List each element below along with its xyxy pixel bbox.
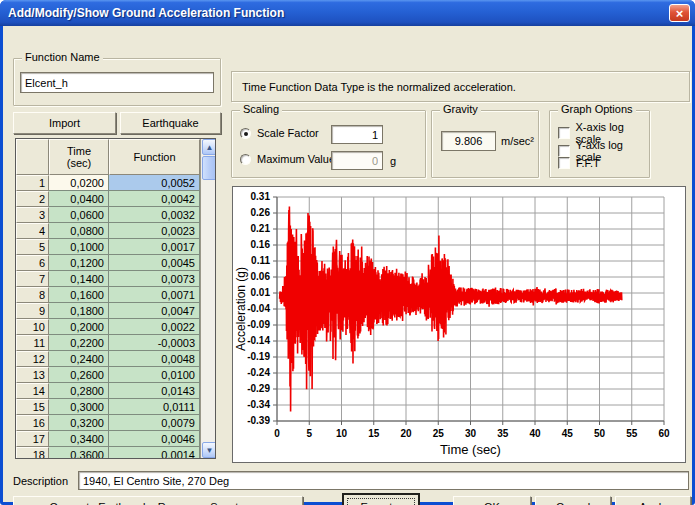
scrollbar-thumb[interactable] [202, 156, 216, 180]
row-header[interactable]: 5 [16, 239, 49, 255]
apply-button[interactable]: Apply [615, 496, 691, 505]
export-button[interactable]: Export... [343, 494, 419, 505]
function-name-group: Function Name [13, 58, 221, 106]
time-cell[interactable]: 0,3400 [49, 431, 109, 447]
time-cell[interactable]: 0,2600 [49, 367, 109, 383]
time-column-header[interactable]: Time (sec) [49, 139, 109, 175]
svg-text:-0.04: -0.04 [247, 303, 270, 314]
function-cell[interactable]: -0,0003 [109, 335, 200, 351]
close-icon[interactable]: × [669, 4, 690, 22]
svg-text:45: 45 [562, 428, 574, 439]
row-header[interactable]: 17 [16, 431, 49, 447]
function-cell[interactable]: 0,0073 [109, 271, 200, 287]
row-header[interactable]: 4 [16, 223, 49, 239]
row-header[interactable]: 10 [16, 319, 49, 335]
function-cell[interactable]: 0,0046 [109, 431, 200, 447]
function-cell[interactable]: 0,0052 [109, 175, 200, 191]
table-header-row: Time (sec) Function [16, 139, 200, 175]
function-cell[interactable]: 0,0017 [109, 239, 200, 255]
time-cell[interactable]: 0,2400 [49, 351, 109, 367]
scale-factor-radio[interactable] [240, 128, 251, 139]
row-header[interactable]: 14 [16, 383, 49, 399]
svg-text:-0.24: -0.24 [247, 367, 270, 378]
function-cell[interactable]: 0,0143 [109, 383, 200, 399]
time-cell[interactable]: 0,3000 [49, 399, 109, 415]
generate-response-spectrum-button[interactable]: Generate Earthquake Response Spectrum... [13, 496, 303, 505]
scale-factor-input[interactable] [331, 125, 383, 144]
cancel-button[interactable]: Cancel [535, 496, 611, 505]
x-log-checkbox[interactable] [558, 127, 570, 139]
row-header[interactable]: 3 [16, 207, 49, 223]
function-cell[interactable]: 0,0100 [109, 367, 200, 383]
table-corner-header[interactable] [16, 139, 49, 175]
row-header[interactable]: 7 [16, 271, 49, 287]
row-header[interactable]: 11 [16, 335, 49, 351]
time-cell[interactable]: 0,3200 [49, 415, 109, 431]
table-row: 50,10000,0017 [16, 239, 200, 255]
function-cell[interactable]: 0,0079 [109, 415, 200, 431]
row-header[interactable]: 15 [16, 399, 49, 415]
svg-text:50: 50 [594, 428, 606, 439]
svg-text:0.01: 0.01 [251, 287, 271, 298]
function-name-group-label: Function Name [22, 51, 103, 63]
maximum-value-input[interactable] [331, 151, 383, 170]
time-cell[interactable]: 0,1000 [49, 239, 109, 255]
table-scrollbar[interactable]: ▲ ▼ [200, 139, 215, 458]
g-unit-label: g [390, 155, 396, 167]
scroll-down-icon[interactable]: ▼ [202, 442, 216, 458]
svg-text:0.21: 0.21 [251, 223, 271, 234]
function-cell[interactable]: 0,0023 [109, 223, 200, 239]
time-cell[interactable]: 0,0800 [49, 223, 109, 239]
svg-text:Time (sec): Time (sec) [440, 442, 501, 457]
y-log-checkbox[interactable] [558, 145, 570, 157]
row-header[interactable]: 6 [16, 255, 49, 271]
svg-text:35: 35 [497, 428, 509, 439]
time-cell[interactable]: 0,1800 [49, 303, 109, 319]
acceleration-chart: 0.310.260.210.160.110.060.01-0.04-0.09-0… [232, 186, 686, 463]
row-header[interactable]: 8 [16, 287, 49, 303]
time-cell[interactable]: 0,0200 [49, 175, 109, 191]
row-header[interactable]: 18 [16, 447, 49, 459]
time-cell[interactable]: 0,2200 [49, 335, 109, 351]
svg-text:0.31: 0.31 [251, 191, 271, 202]
function-cell[interactable]: 0,0048 [109, 351, 200, 367]
row-header[interactable]: 12 [16, 351, 49, 367]
scale-factor-label: Scale Factor [257, 127, 319, 139]
function-cell[interactable]: 0,0045 [109, 255, 200, 271]
scaling-group-label: Scaling [240, 103, 282, 115]
time-cell[interactable]: 0,3600 [49, 447, 109, 459]
function-cell[interactable]: 0,0032 [109, 207, 200, 223]
function-cell[interactable]: 0,0047 [109, 303, 200, 319]
table-row: 30,06000,0032 [16, 207, 200, 223]
time-cell[interactable]: 0,2800 [49, 383, 109, 399]
function-cell[interactable]: 0,0014 [109, 447, 200, 459]
ok-button[interactable]: OK [453, 496, 531, 505]
svg-text:Acceleration (g): Acceleration (g) [234, 267, 248, 351]
row-header[interactable]: 2 [16, 191, 49, 207]
description-input[interactable] [78, 471, 689, 490]
time-cell[interactable]: 0,1400 [49, 271, 109, 287]
row-header[interactable]: 16 [16, 415, 49, 431]
function-cell[interactable]: 0,0022 [109, 319, 200, 335]
function-cell[interactable]: 0,0042 [109, 191, 200, 207]
time-cell[interactable]: 0,0400 [49, 191, 109, 207]
time-cell[interactable]: 0,1600 [49, 287, 109, 303]
row-header[interactable]: 9 [16, 303, 49, 319]
import-button[interactable]: Import [13, 112, 116, 134]
function-cell[interactable]: 0,0111 [109, 399, 200, 415]
time-cell[interactable]: 0,0600 [49, 207, 109, 223]
function-cell[interactable]: 0,0071 [109, 287, 200, 303]
row-header[interactable]: 1 [16, 175, 49, 191]
earthquake-button[interactable]: Earthquake [120, 112, 221, 134]
time-cell[interactable]: 0,2000 [49, 319, 109, 335]
maximum-value-radio[interactable] [240, 154, 251, 165]
table-row: 160,32000,0079 [16, 415, 200, 431]
function-name-input[interactable] [20, 72, 214, 93]
title-bar[interactable]: Add/Modify/Show Ground Acceleration Func… [0, 0, 695, 26]
row-header[interactable]: 13 [16, 367, 49, 383]
fft-checkbox[interactable] [558, 157, 570, 169]
time-cell[interactable]: 0,1200 [49, 255, 109, 271]
function-column-header[interactable]: Function [109, 139, 200, 175]
svg-text:20: 20 [400, 428, 412, 439]
scroll-up-icon[interactable]: ▲ [202, 139, 216, 155]
